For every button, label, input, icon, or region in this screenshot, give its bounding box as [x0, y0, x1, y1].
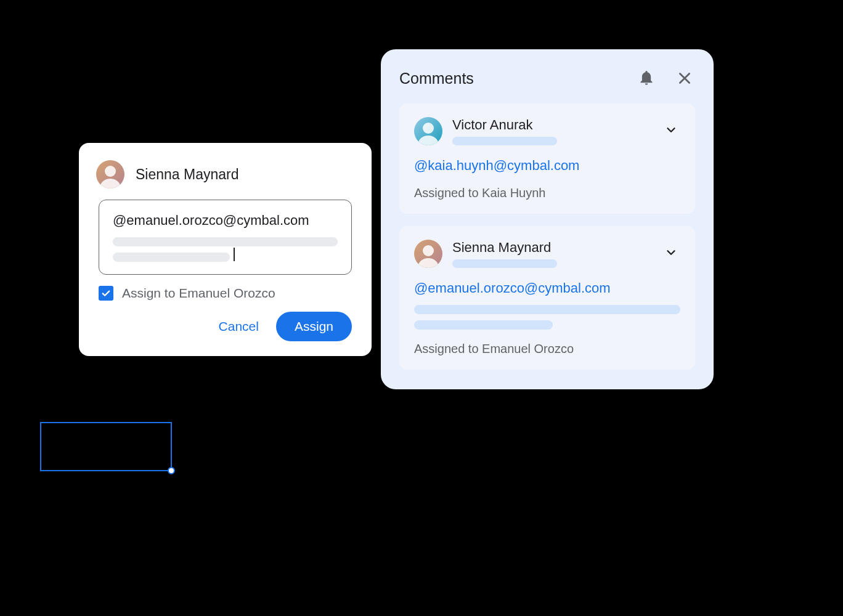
- avatar: [414, 240, 442, 268]
- comment-item[interactable]: Victor Anurak @kaia.huynh@cymbal.com Ass…: [399, 103, 695, 214]
- placeholder-line: [113, 237, 338, 246]
- comment-author-name: Victor Anurak: [452, 117, 652, 133]
- comment-mention[interactable]: @emanuel.orozco@cymbal.com: [414, 280, 680, 296]
- svg-point-2: [423, 245, 434, 256]
- expand-comment-button[interactable]: [662, 121, 680, 139]
- placeholder-line: [452, 137, 557, 145]
- comment-item[interactable]: Sienna Maynard @emanuel.orozco@cymbal.co…: [399, 226, 695, 370]
- placeholder-line: [113, 253, 230, 262]
- mention-text: @emanuel.orozco@cymbal.com: [113, 213, 338, 229]
- selection-fill-handle[interactable]: [168, 467, 175, 474]
- avatar: [96, 160, 124, 188]
- compose-author-name: Sienna Maynard: [136, 166, 239, 183]
- assign-button[interactable]: Assign: [276, 312, 352, 341]
- placeholder-line: [414, 320, 553, 330]
- assign-checkbox[interactable]: [99, 286, 113, 301]
- notifications-button[interactable]: [636, 68, 657, 89]
- chevron-down-icon: [664, 123, 678, 137]
- check-icon: [100, 288, 112, 299]
- comment-body-placeholder: [414, 305, 680, 330]
- svg-point-0: [105, 166, 116, 177]
- cell-selection-outline: [40, 422, 172, 471]
- comment-assigned-text: Assigned to Kaia Huynh: [414, 186, 680, 200]
- compose-header: Sienna Maynard: [96, 160, 354, 188]
- placeholder-line: [414, 305, 680, 314]
- expand-comment-button[interactable]: [662, 243, 680, 262]
- svg-point-1: [423, 123, 434, 134]
- comments-panel-title: Comments: [399, 70, 636, 87]
- compose-actions: Cancel Assign: [96, 312, 354, 341]
- comment-mention[interactable]: @kaia.huynh@cymbal.com: [414, 158, 680, 174]
- assign-checkbox-row[interactable]: Assign to Emanuel Orozco: [96, 286, 354, 301]
- close-icon: [677, 70, 693, 86]
- comments-panel-header: Comments: [399, 68, 695, 89]
- comments-panel: Comments Victor Anurak @kaia.huynh@cymba…: [381, 49, 714, 389]
- comment-assigned-text: Assigned to Emanuel Orozco: [414, 342, 680, 356]
- chevron-down-icon: [664, 246, 678, 259]
- cancel-button[interactable]: Cancel: [219, 319, 259, 334]
- placeholder-line: [452, 259, 557, 268]
- comment-author-name: Sienna Maynard: [452, 240, 652, 256]
- assign-checkbox-label: Assign to Emanuel Orozco: [122, 286, 275, 301]
- text-cursor: [234, 248, 235, 261]
- comment-input-box[interactable]: @emanuel.orozco@cymbal.com: [99, 200, 352, 275]
- comment-compose-card: Sienna Maynard @emanuel.orozco@cymbal.co…: [79, 143, 372, 356]
- close-button[interactable]: [674, 68, 695, 89]
- avatar: [414, 117, 442, 145]
- bell-icon: [638, 70, 654, 86]
